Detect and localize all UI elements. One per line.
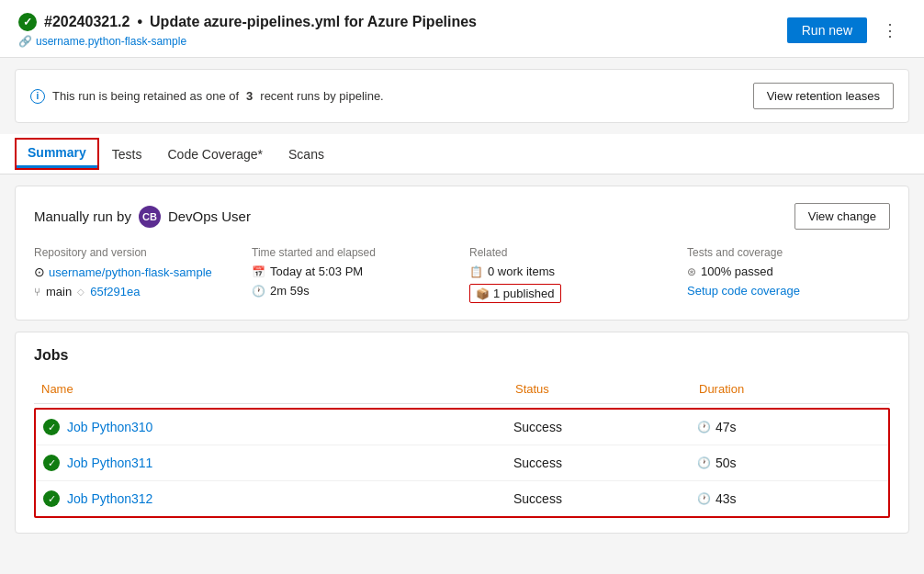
summary-card: Manually run by CB DevOps User View chan… — [15, 186, 909, 321]
job-duration-2: 🕐 50s — [697, 456, 881, 470]
success-icon-3: ✓ — [43, 490, 60, 507]
tests-label: Tests and coverage — [687, 246, 890, 259]
duration-value-3: 43s — [716, 491, 737, 506]
tab-code-coverage[interactable]: Code Coverage* — [155, 138, 276, 174]
job-name-1: ✓ Job Python310 — [43, 419, 513, 435]
meta-tests-col: Tests and coverage ⊛ 100% passed Setup c… — [687, 246, 890, 303]
manually-run-text: Manually run by — [34, 208, 131, 224]
check-icon: ⊛ — [687, 265, 696, 278]
more-button[interactable]: ⋮ — [874, 17, 906, 44]
published-value: 1 published — [493, 287, 555, 300]
jobs-card: Jobs Name Status Duration ✓ Job Python31… — [15, 332, 909, 534]
header-right: Run new ⋮ — [787, 17, 906, 44]
related-label: Related — [469, 246, 672, 259]
clock-icon-3: 🕐 — [697, 492, 711, 505]
tabs-bar: Summary Tests Code Coverage* Scans — [0, 134, 924, 174]
header-title: ✓ #20240321.2 • Update azure-pipelines.y… — [18, 13, 477, 31]
retention-bar: i This run is being retained as one of 3… — [15, 69, 909, 123]
header-subtitle: 🔗 username.python-flask-sample — [18, 35, 477, 48]
workitem-icon: 📋 — [469, 265, 483, 278]
work-items-value: 0 work items — [488, 264, 555, 278]
run-id: #20240321.2 — [44, 14, 130, 30]
jobs-header: Name Status Duration — [34, 378, 890, 404]
time-label: Time started and elapsed — [252, 246, 455, 259]
meta-related-col: Related 📋 0 work items 📦 1 published — [469, 246, 672, 303]
pipeline-title: Update azure-pipelines.yml for Azure Pip… — [150, 14, 477, 30]
page-header: ✓ #20240321.2 • Update azure-pipelines.y… — [0, 0, 924, 58]
retention-count: 3 — [246, 89, 253, 103]
clock-icon-2: 🕐 — [697, 456, 711, 469]
col-name-header: Name — [41, 382, 515, 396]
branch-name: main — [46, 285, 72, 298]
jobs-title: Jobs — [34, 347, 890, 364]
manually-run-left: Manually run by CB DevOps User — [34, 206, 251, 228]
jobs-highlighted: ✓ Job Python310 Success 🕐 47s ✓ Job Pyth… — [34, 408, 890, 518]
job-name-3: ✓ Job Python312 — [43, 490, 513, 507]
retention-text-2: recent runs by pipeline. — [260, 89, 383, 103]
view-retention-button[interactable]: View retention leases — [753, 83, 894, 109]
job-name-2: ✓ Job Python311 — [43, 455, 513, 471]
branch-icon: ⑂ — [34, 286, 40, 298]
published-row[interactable]: 📦 1 published — [469, 284, 561, 303]
job-status-1: Success — [513, 420, 697, 434]
job-duration-3: 🕐 43s — [697, 491, 881, 506]
meta-grid: Repository and version ⊙ username/python… — [34, 246, 890, 303]
meta-time-col: Time started and elapsed 📅 Today at 5:03… — [252, 246, 455, 303]
retention-text-1: This run is being retained as one of — [52, 89, 239, 103]
repo-icon: 🔗 — [18, 35, 32, 48]
table-row: ✓ Job Python310 Success 🕐 47s — [36, 410, 888, 445]
time-value: Today at 5:03 PM — [270, 264, 363, 278]
clock-icon: 🕐 — [252, 285, 265, 298]
repo-value-row: ⊙ username/python-flask-sample — [34, 264, 237, 279]
github-icon: ⊙ — [34, 264, 45, 279]
main-content: Manually run by CB DevOps User View chan… — [0, 174, 924, 545]
job-duration-1: 🕐 47s — [697, 420, 881, 434]
commit-hash[interactable]: 65f291ea — [90, 285, 140, 298]
tab-tests[interactable]: Tests — [99, 138, 155, 174]
user-avatar: CB — [139, 206, 161, 228]
tab-summary[interactable]: Summary — [17, 140, 97, 168]
time-value-row: 📅 Today at 5:03 PM — [252, 264, 455, 278]
info-icon: i — [30, 89, 45, 104]
header-left: ✓ #20240321.2 • Update azure-pipelines.y… — [18, 13, 477, 48]
user-name: DevOps User — [168, 208, 251, 224]
repo-link-full[interactable]: username/python-flask-sample — [49, 265, 212, 279]
run-new-button[interactable]: Run new — [787, 17, 867, 43]
branch-commit-row: ⑂ main ◇ 65f291ea — [34, 285, 237, 298]
col-duration-header: Duration — [699, 382, 883, 396]
job-status-2: Success — [513, 456, 697, 470]
view-change-button[interactable]: View change — [794, 203, 890, 230]
success-icon-1: ✓ — [43, 419, 60, 435]
elapsed-row: 🕐 2m 59s — [252, 284, 455, 298]
table-row: ✓ Job Python312 Success 🕐 43s — [36, 481, 888, 516]
setup-coverage-link[interactable]: Setup code coverage — [687, 284, 800, 298]
manually-run-row: Manually run by CB DevOps User View chan… — [34, 203, 890, 230]
job-status-3: Success — [513, 491, 697, 506]
clock-icon-1: 🕐 — [697, 421, 711, 433]
retention-message: i This run is being retained as one of 3… — [30, 89, 384, 104]
meta-repo-col: Repository and version ⊙ username/python… — [34, 246, 237, 303]
separator: • — [137, 14, 142, 30]
tab-scans[interactable]: Scans — [276, 138, 337, 174]
job-link-3[interactable]: Job Python312 — [67, 491, 152, 506]
diamond-icon: ◇ — [77, 287, 85, 297]
tests-passed-row: ⊛ 100% passed — [687, 264, 890, 278]
job-link-2[interactable]: Job Python311 — [67, 456, 152, 470]
col-status-header: Status — [515, 382, 699, 396]
calendar-icon: 📅 — [252, 265, 265, 278]
job-link-1[interactable]: Job Python310 — [67, 420, 152, 434]
duration-value-1: 47s — [716, 420, 737, 434]
repo-label: Repository and version — [34, 246, 237, 259]
setup-coverage-row: Setup code coverage — [687, 284, 890, 298]
work-items-row: 📋 0 work items — [469, 264, 672, 278]
table-row: ✓ Job Python311 Success 🕐 50s — [36, 445, 888, 481]
success-icon-2: ✓ — [43, 455, 60, 471]
tab-summary-wrapper: Summary — [15, 138, 99, 170]
duration-value-2: 50s — [716, 456, 737, 470]
artifact-icon: 📦 — [476, 287, 490, 300]
repo-link[interactable]: username.python-flask-sample — [36, 35, 186, 48]
elapsed-value: 2m 59s — [270, 284, 310, 298]
tests-passed-value: 100% passed — [701, 264, 773, 278]
success-icon: ✓ — [18, 13, 37, 31]
